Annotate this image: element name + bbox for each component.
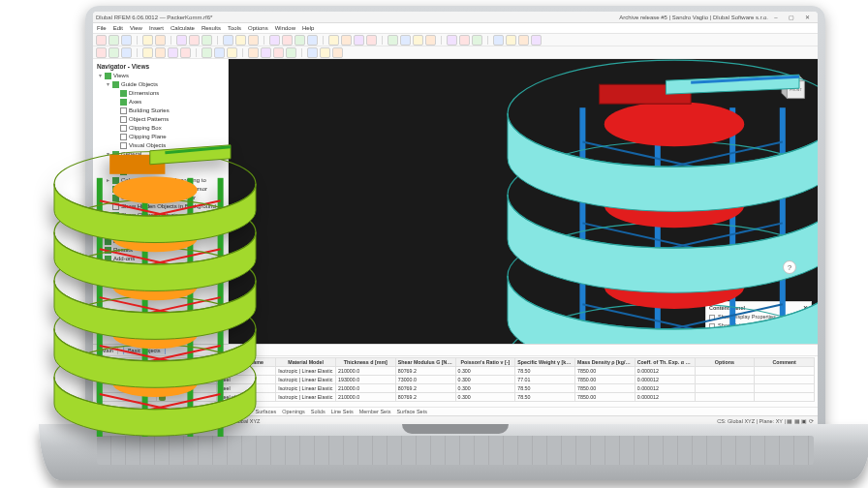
table-cell[interactable]: 0.300 [455, 384, 515, 393]
toolbar-hide-button[interactable] [108, 47, 119, 58]
toolbar-txt-button[interactable] [307, 47, 318, 58]
tree-checkbox[interactable] [112, 81, 119, 88]
table-cell[interactable]: 80769.2 [395, 384, 455, 393]
toolbar-isolate-button[interactable] [121, 47, 132, 58]
toolbar-sel-button[interactable] [269, 35, 280, 46]
menu-file[interactable]: File [97, 25, 107, 31]
toolbar-results-button[interactable] [248, 35, 259, 46]
toolbar-save-button[interactable] [121, 35, 132, 46]
toolbar-view-top-button[interactable] [341, 35, 352, 46]
footer-tab-openings[interactable]: Openings [282, 409, 305, 414]
tree-checkbox[interactable] [120, 90, 127, 97]
tree-checkbox[interactable] [120, 125, 127, 132]
tree-item[interactable]: Object Patterns [95, 115, 226, 124]
menu-results[interactable]: Results [202, 25, 221, 31]
toolbar-solid-button[interactable] [180, 47, 191, 58]
table-cell[interactable]: Isotropic | Linear Elastic [276, 393, 336, 402]
table-cell[interactable]: Isotropic | Linear Elastic [276, 384, 336, 393]
table-cell[interactable]: 7850.00 [575, 376, 636, 384]
table-cell[interactable]: 210000.0 [336, 367, 396, 376]
toolbar-tag-button[interactable] [332, 47, 343, 58]
table-cell[interactable] [755, 384, 815, 393]
tree-item[interactable]: ▾Views [95, 72, 226, 80]
table-cell[interactable]: 193000.0 [336, 376, 396, 384]
toolbar-redo-button[interactable] [155, 35, 166, 46]
toolbar-copy-button[interactable] [189, 35, 200, 46]
toolbar-section-button[interactable] [286, 47, 296, 58]
toolbar-orbit-button[interactable] [425, 35, 436, 46]
help-bubble[interactable]: ? [783, 260, 796, 274]
toolbar-units-button[interactable] [531, 35, 542, 46]
table-cell[interactable]: 78.50 [515, 367, 575, 376]
tree-twisty-icon[interactable]: ▾ [105, 80, 110, 89]
col-header[interactable]: Thickness d [mm] [336, 358, 396, 367]
tree-item[interactable]: ▾Guide Objects [95, 80, 226, 89]
table-cell[interactable]: 73000.0 [395, 376, 455, 384]
table-cell[interactable]: 7850.00 [575, 367, 636, 376]
table-cell[interactable]: 210000.0 [336, 393, 396, 402]
menu-window[interactable]: Window [275, 25, 295, 31]
tree-checkbox[interactable] [105, 73, 111, 79]
toolbar-load-case-button[interactable] [214, 47, 225, 58]
table-cell[interactable]: Isotropic | Linear Elastic [276, 367, 336, 376]
footer-tab-line-sets[interactable]: Line Sets [331, 409, 354, 414]
footer-tab-member-sets[interactable]: Member Sets [359, 409, 391, 414]
menu-calculate[interactable]: Calculate [170, 25, 195, 31]
toolbar-view-front-button[interactable] [354, 35, 364, 46]
toolbar-combo-button[interactable] [227, 47, 237, 58]
window-close-button[interactable]: ✕ [799, 14, 815, 20]
col-header[interactable]: Coeff. of Th. Exp. α [1/K] [635, 358, 695, 367]
tree-item[interactable]: Clipping Box [95, 124, 226, 133]
toolbar-calc-button[interactable] [235, 35, 246, 46]
toolbar-new-button[interactable] [96, 35, 107, 46]
col-header[interactable]: Material Model [276, 358, 336, 367]
tree-checkbox[interactable] [120, 107, 127, 114]
toolbar-mesh-button[interactable] [223, 35, 233, 46]
table-cell[interactable]: 0.300 [455, 367, 515, 376]
table-cell[interactable] [695, 367, 755, 376]
col-header[interactable]: Options [695, 358, 755, 367]
tree-item[interactable]: Axes [95, 98, 226, 107]
table-cell[interactable]: 0.300 [455, 376, 515, 384]
toolbar-render-solid-button[interactable] [472, 35, 482, 46]
toolbar-zoom-ext-button[interactable] [388, 35, 398, 46]
menu-edit[interactable]: Edit [113, 25, 123, 31]
col-header[interactable]: Shear Modulus G [N/mm²] [395, 358, 455, 367]
toolbar-pan-button[interactable] [413, 35, 423, 46]
toolbar-cut-button[interactable] [176, 35, 187, 46]
toolbar-view-iso-button[interactable] [328, 35, 339, 46]
table-cell[interactable] [755, 376, 815, 384]
table-cell[interactable]: 80769.2 [395, 367, 455, 376]
table-cell[interactable]: Isotropic | Linear Elastic [276, 376, 336, 384]
table-cell[interactable] [695, 393, 755, 402]
table-cell[interactable] [695, 376, 755, 384]
table-cell[interactable]: 0.000012 [635, 376, 695, 384]
toolbar-layers-button[interactable] [518, 35, 529, 46]
table-cell[interactable]: 210000.0 [336, 384, 396, 393]
tree-item[interactable]: Building Stories [95, 107, 226, 115]
tree-checkbox[interactable] [120, 134, 127, 140]
toolbar-zoom-win-button[interactable] [400, 35, 411, 46]
toolbar-render-shaded-button[interactable] [447, 35, 457, 46]
table-cell[interactable] [695, 384, 755, 393]
tree-item[interactable]: Dimensions [95, 89, 226, 98]
footer-tab-surface-sets[interactable]: Surface Sets [396, 409, 427, 414]
toolbar-support-button[interactable] [248, 47, 259, 58]
toolbar-render-wire-button[interactable] [459, 35, 470, 46]
menu-options[interactable]: Options [248, 25, 268, 31]
tree-twisty-icon[interactable]: ▾ [97, 72, 103, 80]
toolbar-dim-button[interactable] [320, 47, 330, 58]
toolbar-filter-button[interactable] [96, 47, 107, 58]
footer-tab-solids[interactable]: Solids [311, 409, 326, 414]
toolbar-member-button[interactable] [155, 47, 166, 58]
table-cell[interactable]: 0.300 [455, 393, 515, 402]
menu-insert[interactable]: Insert [149, 25, 164, 31]
3d-viewport[interactable]: FRONT Content Panel ✕ Show Display Prope… [229, 59, 818, 344]
toolbar-load-button[interactable] [202, 47, 212, 58]
toolbar-surface-button[interactable] [168, 47, 178, 58]
menu-tools[interactable]: Tools [228, 25, 241, 31]
table-cell[interactable]: 78.50 [515, 384, 575, 393]
table-cell[interactable]: 7850.00 [575, 393, 636, 402]
toolbar-node-button[interactable] [142, 47, 153, 58]
toolbar-open-button[interactable] [108, 35, 119, 46]
